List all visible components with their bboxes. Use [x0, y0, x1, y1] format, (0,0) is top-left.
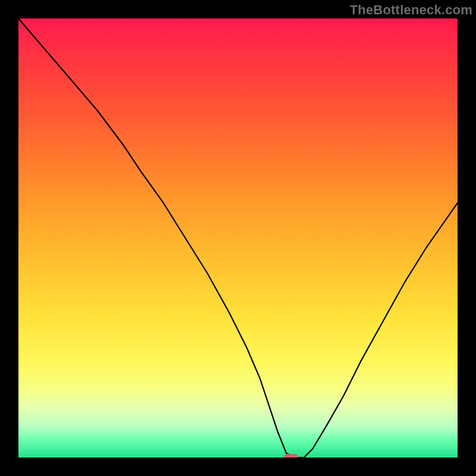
plot-area [18, 18, 458, 458]
watermark-text: TheBottleneck.com [350, 2, 472, 18]
optimal-point-marker [284, 454, 298, 458]
chart-frame: TheBottleneck.com [0, 0, 476, 476]
bottleneck-curve [18, 18, 458, 458]
